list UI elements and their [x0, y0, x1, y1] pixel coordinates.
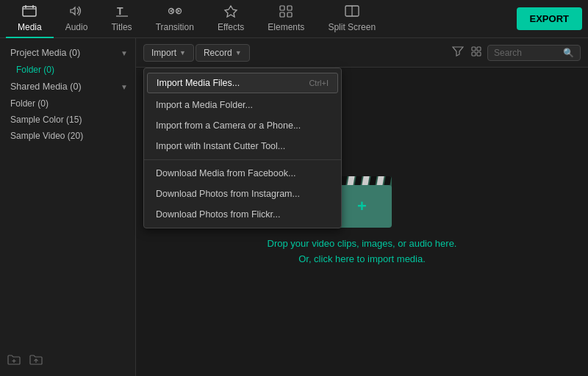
sidebar-item-sample-color[interactable]: Sample Color (15): [0, 112, 135, 128]
import-label: Import: [151, 48, 176, 58]
menu-import-folder-label: Import a Media Folder...: [156, 100, 253, 110]
media-icon: [22, 4, 37, 20]
import-dropdown-menu: Import Media Files... Ctrl+I Import a Me…: [143, 68, 342, 228]
search-box: 🔍: [487, 45, 581, 61]
svg-rect-15: [472, 47, 476, 51]
svg-marker-5: [225, 6, 237, 17]
import-button[interactable]: Import ▼: [143, 44, 194, 62]
effects-icon: [223, 4, 238, 20]
main-layout: Project Media (0) ▼ Folder (0) Shared Me…: [0, 38, 588, 376]
drop-zone-line2: Or, click here to import media.: [268, 252, 457, 267]
audio-icon: [70, 4, 83, 20]
menu-import-cutter[interactable]: Import with Instant Cutter Tool...: [144, 136, 341, 156]
shared-media-label: Shared Media (0): [10, 82, 82, 92]
project-media-label: Project Media (0): [10, 48, 80, 58]
menu-download-facebook[interactable]: Download Media from Facebook...: [144, 163, 341, 184]
grid-view-icon[interactable]: [468, 46, 486, 59]
nav-elements[interactable]: Elements: [256, 0, 316, 38]
filter-icon[interactable]: [449, 46, 467, 59]
menu-import-folder[interactable]: Import a Media Folder...: [144, 95, 341, 115]
sidebar-item-folder: Folder (0): [0, 95, 135, 112]
record-chevron: ▼: [235, 49, 242, 57]
nav-effects[interactable]: Effects: [206, 0, 256, 38]
titles-icon: T: [115, 4, 129, 20]
svg-rect-7: [287, 6, 292, 10]
export-button[interactable]: EXPORT: [517, 7, 582, 30]
menu-import-files[interactable]: Import Media Files... Ctrl+I: [147, 73, 338, 93]
split-screen-icon: [345, 4, 359, 20]
nav-audio-label: Audio: [65, 22, 88, 32]
content-area: Import ▼ Record ▼: [136, 38, 588, 376]
nav-transition-label: Transition: [156, 22, 194, 32]
top-nav: Media Audio T Titles: [0, 0, 588, 38]
svg-rect-0: [23, 7, 36, 16]
menu-divider: [144, 159, 341, 160]
import-folder-icon[interactable]: [29, 354, 43, 369]
nav-titles-label: Titles: [111, 22, 132, 32]
sidebar-item-sample-video[interactable]: Sample Video (20): [0, 128, 135, 144]
menu-import-files-shortcut: Ctrl+I: [309, 79, 329, 87]
svg-rect-8: [280, 12, 284, 17]
nav-media-label: Media: [18, 22, 42, 32]
sidebar-item-project-media[interactable]: Project Media (0) ▼: [0, 44, 135, 62]
svg-rect-17: [472, 52, 476, 56]
sidebar: Project Media (0) ▼ Folder (0) Shared Me…: [0, 38, 136, 376]
sidebar-item-folder-sub[interactable]: Folder (0): [0, 62, 135, 78]
menu-download-facebook-label: Download Media from Facebook...: [156, 168, 295, 178]
record-label: Record: [204, 48, 232, 58]
svg-rect-6: [280, 6, 284, 10]
nav-titles[interactable]: T Titles: [99, 0, 143, 38]
search-icon: 🔍: [563, 48, 574, 58]
nav-split-screen-label: Split Screen: [328, 22, 376, 32]
menu-download-flickr-label: Download Photos from Flickr...: [156, 209, 281, 220]
svg-text:T: T: [117, 5, 123, 17]
nav-elements-label: Elements: [268, 22, 304, 32]
menu-import-files-label: Import Media Files...: [157, 78, 240, 88]
elements-icon: [279, 4, 293, 20]
menu-download-flickr[interactable]: Download Photos from Flickr...: [144, 204, 341, 225]
search-input[interactable]: [494, 48, 560, 58]
nav-effects-label: Effects: [218, 22, 244, 32]
import-chevron: ▼: [179, 49, 186, 57]
clapper-plus-icon: +: [357, 197, 367, 216]
sample-color-label: Sample Color (15): [10, 115, 82, 125]
menu-import-cutter-label: Import with Instant Cutter Tool...: [156, 141, 285, 151]
nav-audio[interactable]: Audio: [54, 0, 100, 38]
sample-video-label: Sample Video (20): [10, 131, 83, 141]
menu-download-instagram-label: Download Photos from Instagram...: [156, 189, 300, 199]
nav-media[interactable]: Media: [6, 0, 54, 38]
folder-sub-label: Folder (0): [16, 65, 54, 75]
record-button[interactable]: Record ▼: [196, 44, 250, 62]
nav-split-screen[interactable]: Split Screen: [316, 0, 387, 38]
drop-zone-text: Drop your video clips, images, or audio …: [268, 236, 457, 267]
sidebar-item-shared-media[interactable]: Shared Media (0) ▼: [0, 78, 135, 95]
svg-rect-18: [477, 52, 481, 56]
menu-import-camera-label: Import from a Camera or a Phone...: [156, 120, 301, 131]
project-media-chevron: ▼: [121, 49, 128, 57]
svg-rect-9: [287, 12, 292, 17]
drop-zone-line1: Drop your video clips, images, or audio …: [268, 236, 457, 252]
new-folder-icon[interactable]: [7, 354, 21, 369]
shared-media-chevron: ▼: [121, 83, 128, 91]
menu-download-instagram[interactable]: Download Photos from Instagram...: [144, 184, 341, 204]
toolbar: Import ▼ Record ▼: [136, 38, 588, 68]
menu-import-camera[interactable]: Import from a Camera or a Phone...: [144, 115, 341, 136]
folder-label: Folder (0): [10, 98, 49, 109]
svg-rect-16: [477, 47, 481, 51]
transition-icon: [168, 4, 182, 20]
nav-transition[interactable]: Transition: [144, 0, 206, 38]
sidebar-bottom-actions: [7, 354, 43, 369]
